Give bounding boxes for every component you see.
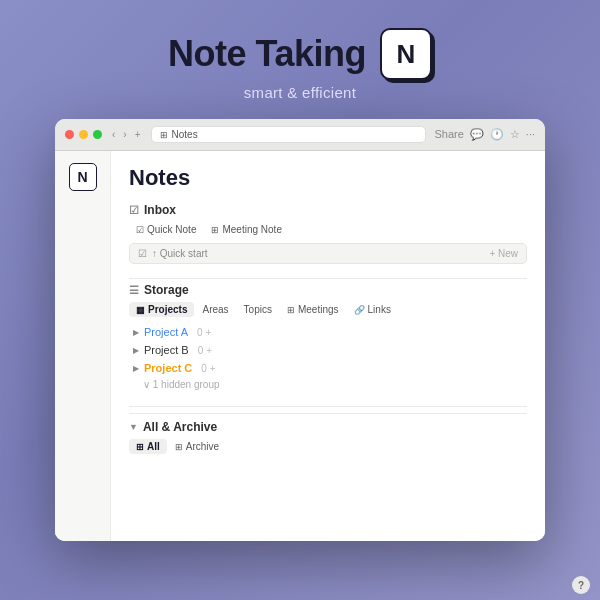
project-c-label: Project C (144, 362, 192, 374)
new-button[interactable]: + New (489, 248, 518, 259)
storage-tabs: ▦ Projects Areas Topics ⊞ Meetings 🔗 (129, 302, 527, 317)
browser-actions: Share 💬 🕐 ☆ ··· (434, 128, 535, 141)
notion-app: N Notes ☑ Inbox ☑ Quick Note ⊞ (55, 151, 545, 541)
project-b-row[interactable]: ▶ Project B 0 + (129, 341, 527, 359)
notion-logo-big: N (380, 28, 432, 80)
all-archive-header[interactable]: ▼ All & Archive (129, 420, 527, 434)
meeting-note-icon: ⊞ (211, 225, 219, 235)
quick-start-icon: ☑ (138, 248, 147, 259)
storage-label: Storage (144, 283, 189, 297)
storage-section: ☰ Storage ▦ Projects Areas Topics ⊞ (129, 283, 527, 392)
browser-window: ‹ › + ⊞ Notes Share 💬 🕐 ☆ ··· N Notes (55, 119, 545, 541)
traffic-lights (65, 130, 102, 139)
back-button[interactable]: ‹ (110, 128, 117, 141)
inbox-label: Inbox (144, 203, 176, 217)
quick-note-icon: ☑ (136, 225, 144, 235)
expand-triangle-c: ▶ (133, 364, 139, 373)
notion-sidebar: N (55, 151, 111, 541)
add-tab-button[interactable]: + (133, 128, 143, 141)
storage-header: ☰ Storage (129, 283, 527, 297)
all-label: All (147, 441, 160, 452)
expand-triangle-b: ▶ (133, 346, 139, 355)
divider2 (129, 406, 527, 407)
maximize-button[interactable] (93, 130, 102, 139)
project-a-add[interactable]: + (206, 327, 212, 338)
project-a-count: 0 (197, 327, 203, 338)
meeting-note-label: Meeting Note (222, 224, 281, 235)
meetings-icon: ⊞ (287, 305, 295, 315)
archive-tab[interactable]: ⊞ Archive (168, 439, 226, 454)
meetings-tab[interactable]: ⊞ Meetings (280, 302, 346, 317)
quick-start-text: ↑ Quick start (152, 248, 208, 259)
project-c-count: 0 (201, 363, 207, 374)
hero-subtitle: smart & efficient (244, 84, 356, 101)
history-icon: 🕐 (490, 128, 504, 141)
forward-button[interactable]: › (121, 128, 128, 141)
hero-section: Note Taking N smart & efficient (168, 0, 432, 119)
archive-label: Archive (186, 441, 219, 452)
comment-icon: 💬 (470, 128, 484, 141)
links-tab[interactable]: 🔗 Links (347, 302, 398, 317)
projects-icon: ▦ (136, 305, 145, 315)
areas-label: Areas (202, 304, 228, 315)
minimize-button[interactable] (79, 130, 88, 139)
topics-label: Topics (244, 304, 272, 315)
more-icon[interactable]: ··· (526, 128, 535, 141)
hero-title: Note Taking (168, 34, 366, 74)
project-c-add[interactable]: + (210, 363, 216, 374)
project-b-count: 0 (198, 345, 204, 356)
page-title: Notes (129, 165, 527, 191)
archive-icon: ⊞ (175, 442, 183, 452)
project-a-label: Project A (144, 326, 188, 338)
quick-start-row[interactable]: ☑ ↑ Quick start + New (129, 243, 527, 264)
hero-title-row: Note Taking N (168, 28, 432, 80)
project-a-actions: 0 + (197, 327, 211, 338)
all-archive-label: All & Archive (143, 420, 217, 434)
share-button[interactable]: Share (434, 128, 463, 141)
hidden-group[interactable]: ∨ 1 hidden group (129, 377, 527, 392)
project-c-row[interactable]: ▶ Project C 0 + (129, 359, 527, 377)
inbox-icon: ☑ (129, 204, 139, 217)
projects-label: Projects (148, 304, 187, 315)
all-archive-section: ▼ All & Archive ⊞ All ⊞ Archive (129, 413, 527, 454)
expand-triangle-a: ▶ (133, 328, 139, 337)
areas-tab[interactable]: Areas (195, 302, 235, 317)
star-icon[interactable]: ☆ (510, 128, 520, 141)
projects-tab[interactable]: ▦ Projects (129, 302, 194, 317)
notion-content: Notes ☑ Inbox ☑ Quick Note ⊞ Meeting Not… (111, 151, 545, 541)
meetings-label: Meetings (298, 304, 339, 315)
inbox-header: ☑ Inbox (129, 203, 527, 217)
notion-logo-sidebar: N (69, 163, 97, 191)
all-archive-expand-arrow: ▼ (129, 422, 138, 432)
storage-icon: ☰ (129, 284, 139, 297)
all-tab[interactable]: ⊞ All (129, 439, 167, 454)
divider (129, 278, 527, 279)
all-icon: ⊞ (136, 442, 144, 452)
address-bar[interactable]: ⊞ Notes (151, 126, 427, 143)
links-icon: 🔗 (354, 305, 365, 315)
topics-tab[interactable]: Topics (237, 302, 279, 317)
all-archive-tabs: ⊞ All ⊞ Archive (129, 439, 527, 454)
inbox-tabs: ☑ Quick Note ⊞ Meeting Note (129, 222, 527, 237)
project-b-add[interactable]: + (206, 345, 212, 356)
meeting-note-tab[interactable]: ⊞ Meeting Note (204, 222, 288, 237)
project-b-label: Project B (144, 344, 189, 356)
close-button[interactable] (65, 130, 74, 139)
project-a-row[interactable]: ▶ Project A 0 + (129, 323, 527, 341)
browser-nav: ‹ › + (110, 128, 143, 141)
browser-bar: ‹ › + ⊞ Notes Share 💬 🕐 ☆ ··· (55, 119, 545, 151)
links-label: Links (368, 304, 391, 315)
quick-note-tab[interactable]: ☑ Quick Note (129, 222, 203, 237)
quick-note-label: Quick Note (147, 224, 196, 235)
project-c-actions: 0 + (201, 363, 215, 374)
project-b-actions: 0 + (198, 345, 212, 356)
inbox-section: ☑ Inbox ☑ Quick Note ⊞ Meeting Note ☑ ↑ … (129, 203, 527, 264)
